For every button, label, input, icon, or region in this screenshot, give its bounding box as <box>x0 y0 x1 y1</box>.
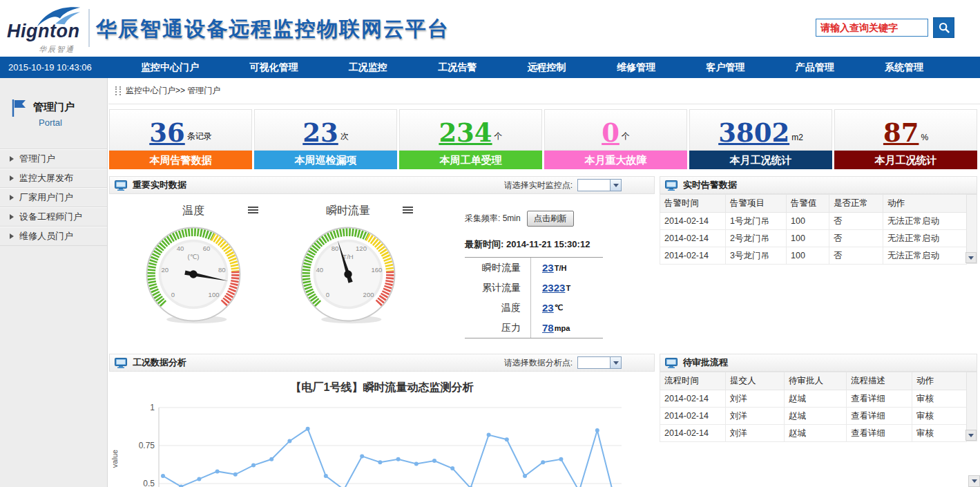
scrollbar-down-button[interactable] <box>965 430 977 441</box>
table-scrollbar[interactable] <box>966 372 977 441</box>
svg-text:40: 40 <box>316 266 323 274</box>
table-scrollbar[interactable] <box>966 194 977 264</box>
section-title: 工况数据分析 <box>133 356 186 369</box>
reading-label: 累计流量 <box>465 278 531 298</box>
view-detail-link[interactable]: 查看详细 <box>847 408 912 425</box>
table-header-row: 流程时间 提交人 待审批人 流程描述 动作 <box>660 372 967 390</box>
reading-row: 累计流量 2323 T <box>465 278 603 298</box>
stat-card: 234 个 本周工单受理 <box>399 109 542 170</box>
chart-menu-icon[interactable] <box>248 207 258 213</box>
clock-timestamp: 2015-10-19 10:43:06 <box>8 57 92 78</box>
reading-value: 2323 <box>542 282 565 294</box>
sidebar-item-maintenance-portal[interactable]: 维修人员门户 <box>0 227 107 246</box>
search-button[interactable] <box>933 17 954 38</box>
page-scrollbar-down-button[interactable] <box>968 475 980 487</box>
select-label: 请选择实时监控点: <box>504 180 573 191</box>
sidebar-item-admin-portal[interactable]: 管理门户 <box>0 149 107 169</box>
chart-title: 【电厂1号线】瞬时流量动态监测分析 <box>109 381 655 395</box>
nav-item-customer[interactable]: 客户管理 <box>700 57 750 78</box>
cell: 无法正常启动 <box>883 213 967 230</box>
nav-item-remote-control[interactable]: 远程控制 <box>522 57 572 78</box>
column-header: 动作 <box>912 372 967 390</box>
sidebar-item-label: 维修人员门户 <box>19 230 73 242</box>
view-detail-link[interactable]: 查看详细 <box>847 425 912 442</box>
cell: 100 <box>787 213 829 230</box>
approve-link[interactable]: 审核 <box>912 390 967 408</box>
svg-text:100: 100 <box>209 291 220 298</box>
sidebar: 管理门户 Portal 管理门户 监控大屏发布 厂家用户门户 设备工程师门户 维… <box>0 78 108 487</box>
stat-unit: % <box>921 133 928 147</box>
monitor-icon <box>115 358 127 368</box>
stat-card: 87 % 本月工况统计 <box>834 109 977 170</box>
sidebar-item-engineer-portal[interactable]: 设备工程师门户 <box>0 207 107 227</box>
reading-row: 温度 23 ℃ <box>465 298 603 318</box>
reading-value: 23 <box>542 262 554 274</box>
chevron-down-icon[interactable] <box>610 357 621 368</box>
reading-label: 温度 <box>465 298 531 318</box>
approve-link[interactable]: 审核 <box>912 425 967 442</box>
table-row: 2014-02-14 刘洋 赵城 查看详细 审核 <box>660 425 967 442</box>
sidebar-item-label: 厂家用户门户 <box>19 191 73 204</box>
nav-item-product[interactable]: 产品管理 <box>790 57 840 78</box>
arrow-right-icon <box>10 156 14 162</box>
svg-text:120: 120 <box>356 245 367 252</box>
nav-item-system[interactable]: 系统管理 <box>879 57 929 78</box>
stat-card: 23 次 本周巡检漏项 <box>254 109 397 170</box>
app-header: Hignton 华辰智通 华辰智通设备远程监控物联网云平台 <box>0 0 980 57</box>
chevron-down-icon[interactable] <box>610 180 621 191</box>
flag-icon <box>11 99 28 117</box>
approve-link[interactable]: 审核 <box>912 408 967 425</box>
sidebar-item-screen-publish[interactable]: 监控大屏发布 <box>0 169 107 188</box>
cell: 2014-02-14 <box>660 408 726 425</box>
stat-label-bar[interactable]: 本周工单受理 <box>399 151 542 169</box>
stat-label-bar[interactable]: 本月工况统计 <box>689 151 832 169</box>
section-title: 实时告警数据 <box>683 179 737 191</box>
svg-text:80: 80 <box>332 245 339 252</box>
stat-label-bar[interactable]: 本周巡检漏项 <box>254 151 397 169</box>
stat-card: 0 个 本月重大故障 <box>544 109 687 170</box>
column-header: 流程描述 <box>847 372 912 390</box>
nav-item-visualization[interactable]: 可视化管理 <box>244 57 303 78</box>
analysis-chart-panel: 【电厂1号线】瞬时流量动态监测分析 1 0.75 0.5 value <box>109 372 655 487</box>
stat-label-bar[interactable]: 本月重大故障 <box>544 151 687 169</box>
cell: 无法正常启动 <box>883 230 967 247</box>
realtime-point-select[interactable] <box>577 179 622 191</box>
cell: 否 <box>829 213 883 230</box>
table-row: 2014-02-14 刘洋 赵城 查看详细 审核 <box>660 408 967 425</box>
cell: 否 <box>829 230 883 247</box>
latest-time-label: 最新时间: 2014-11-21 15:30:12 <box>465 238 637 251</box>
stat-unit: 次 <box>340 131 349 147</box>
arrow-right-icon <box>10 233 14 239</box>
search-input[interactable] <box>816 19 928 37</box>
nav-item-monitoring-center[interactable]: 监控中心门户 <box>135 57 204 78</box>
arrow-right-icon <box>10 214 14 220</box>
stat-unit: 个 <box>494 131 503 147</box>
sidebar-item-factory-portal[interactable]: 厂家用户门户 <box>0 188 107 207</box>
stat-label-bar[interactable]: 本月工况统计 <box>834 151 977 169</box>
realtime-data-panel: 温度 0 20 40 60 80 100 (℃) 瞬时流量 <box>109 194 655 354</box>
temperature-gauge-block: 温度 0 20 40 60 80 100 (℃) <box>138 202 249 330</box>
temperature-gauge: 0 20 40 60 80 100 (℃) <box>141 222 246 327</box>
scrollbar-down-button[interactable] <box>965 252 977 263</box>
stat-value-area: 36 条记录 <box>109 109 252 151</box>
column-header: 提交人 <box>726 372 785 390</box>
analysis-point-select[interactable] <box>577 356 622 369</box>
chart-menu-icon[interactable] <box>403 207 413 213</box>
view-detail-link[interactable]: 查看详细 <box>847 390 912 408</box>
stat-label-bar[interactable]: 本周告警数据 <box>109 151 252 169</box>
stat-value: 87 <box>883 118 919 147</box>
reading-label: 瞬时流量 <box>465 258 531 278</box>
reading-unit: mpa <box>555 324 570 332</box>
divider <box>88 9 90 47</box>
stat-value: 23 <box>302 118 338 147</box>
breadcrumb-icon <box>115 86 121 95</box>
refresh-button[interactable]: 点击刷新 <box>527 211 574 227</box>
chart-gridlines <box>159 408 622 484</box>
y-tick: 0.75 <box>139 441 155 450</box>
search-icon <box>938 21 950 34</box>
stat-unit: m2 <box>791 133 803 147</box>
nav-item-maintenance[interactable]: 维修管理 <box>611 57 661 78</box>
cell: 赵城 <box>785 390 847 408</box>
nav-item-condition-monitoring[interactable]: 工况监控 <box>343 57 393 78</box>
nav-item-condition-alarm[interactable]: 工况告警 <box>432 57 482 78</box>
